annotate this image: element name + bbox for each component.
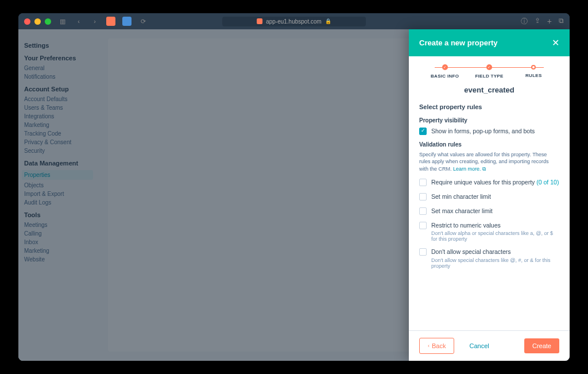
app-icon-2[interactable] (122, 17, 131, 26)
chevron-left-icon: ‹ (428, 343, 430, 349)
hubspot-favicon-icon (257, 18, 262, 24)
lock-icon: 🔒 (325, 18, 331, 24)
forward-icon[interactable]: › (90, 17, 99, 26)
checkbox-icon[interactable] (419, 193, 427, 201)
checkbox-label: Restrict to numeric values (431, 221, 559, 230)
unique-count-badge: (0 of 10) (536, 179, 559, 186)
checkbox-icon[interactable] (419, 179, 427, 186)
step-dot-done-icon (442, 64, 448, 70)
validation-helper: Specify what values are allowed for this… (419, 151, 559, 173)
checkbox-icon[interactable] (419, 248, 427, 256)
panel-footer: ‹ Back Cancel Create (409, 330, 570, 361)
step-field-type[interactable]: FIELD TYPE (467, 64, 511, 79)
app-icon-1[interactable] (106, 17, 115, 26)
back-icon[interactable]: ‹ (74, 17, 83, 26)
titlebar: ▥ ‹ › ⟳ app-eu1.hubspot.com 🔒 ⓘ ⇪ + ⧉ (18, 13, 570, 29)
stepper: BASIC INFO FIELD TYPE RULES (409, 56, 570, 83)
checkbox-show-in-forms[interactable]: Show in forms, pop-up forms, and bots (419, 127, 559, 136)
checkbox-max-limit[interactable]: Set max character limit (419, 207, 559, 215)
checkbox-numeric-only[interactable]: Restrict to numeric values Don't allow a… (419, 221, 559, 242)
create-property-panel: Create a new property ✕ BASIC INFO FIELD… (409, 29, 570, 361)
window-maximize-button[interactable] (45, 18, 51, 25)
traffic-lights (24, 18, 51, 25)
window-close-button[interactable] (24, 18, 30, 25)
section-title: Select property rules (419, 103, 559, 110)
checkbox-label: Set min character limit (431, 192, 491, 201)
sidebar-toggle-icon[interactable]: ▥ (58, 17, 67, 26)
learn-more-link[interactable]: Learn more. ⧉ (453, 166, 486, 172)
tabs-icon[interactable]: ⧉ (559, 17, 564, 26)
checkbox-icon[interactable] (419, 207, 427, 215)
checkbox-subtext: Don't allow alpha or special characters … (431, 230, 559, 242)
checkbox-label: Set max character limit (431, 207, 493, 215)
visibility-label: Property visibility (419, 117, 559, 124)
main-area: Settings Your Preferences General Notifi… (18, 29, 570, 361)
reload-icon[interactable]: ⟳ (138, 17, 148, 26)
window-minimize-button[interactable] (34, 18, 41, 25)
panel-header: Create a new property ✕ (409, 29, 570, 56)
share-icon[interactable]: ⓘ (521, 17, 528, 26)
external-link-icon: ⧉ (482, 166, 486, 172)
panel-body: Select property rules Property visibilit… (409, 103, 570, 330)
property-name-heading: event_created (409, 83, 570, 103)
checkbox-unique-values[interactable]: Require unique values for this property … (419, 178, 559, 187)
address-bar[interactable]: app-eu1.hubspot.com 🔒 (222, 17, 366, 26)
step-dot-current-icon (531, 65, 536, 70)
checkbox-icon[interactable] (419, 222, 427, 229)
checkbox-icon[interactable] (419, 128, 427, 135)
checkbox-min-limit[interactable]: Set min character limit (419, 192, 559, 201)
new-tab-icon[interactable]: + (547, 17, 552, 26)
checkbox-no-special[interactable]: Don't allow special characters Don't all… (419, 248, 559, 269)
close-icon[interactable]: ✕ (552, 37, 559, 48)
create-button[interactable]: Create (524, 338, 559, 353)
step-dot-done-icon (486, 64, 492, 70)
step-basic-info[interactable]: BASIC INFO (423, 64, 467, 79)
panel-title: Create a new property (419, 38, 498, 47)
back-button[interactable]: ‹ Back (419, 338, 454, 354)
browser-window: ▥ ‹ › ⟳ app-eu1.hubspot.com 🔒 ⓘ ⇪ + ⧉ Se… (18, 13, 570, 361)
checkbox-label: Require unique values for this property … (431, 178, 559, 187)
validation-label: Validation rules (419, 141, 559, 148)
url-text: app-eu1.hubspot.com (266, 18, 322, 25)
checkbox-label: Show in forms, pop-up forms, and bots (431, 127, 535, 136)
checkbox-subtext: Don't allow special characters like @, #… (431, 257, 559, 269)
checkbox-label: Don't allow special characters (431, 248, 559, 256)
upload-icon[interactable]: ⇪ (535, 17, 540, 26)
cancel-button[interactable]: Cancel (461, 338, 497, 353)
